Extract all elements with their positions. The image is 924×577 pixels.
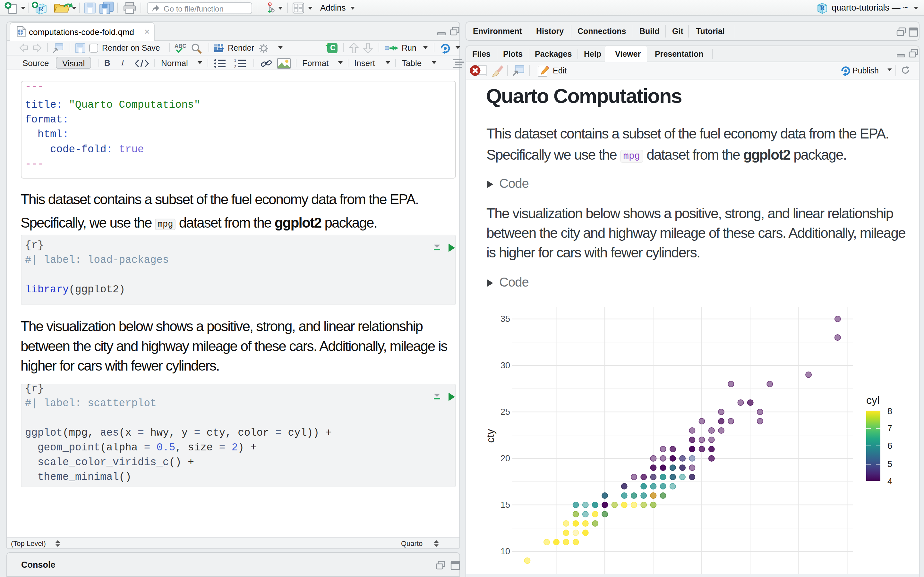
svg-text:8: 8: [887, 406, 892, 416]
svg-text:5: 5: [887, 459, 892, 469]
svg-text:10: 10: [501, 546, 510, 556]
svg-text:15: 15: [501, 500, 510, 510]
svg-text:cty: cty: [484, 429, 496, 443]
svg-text:R: R: [39, 5, 44, 13]
svg-text:25: 25: [501, 407, 510, 417]
svg-text:1: 1: [234, 59, 236, 62]
svg-text:6: 6: [887, 441, 892, 451]
svg-text:ABC: ABC: [174, 43, 186, 49]
svg-text:7: 7: [887, 424, 892, 433]
svg-text:30: 30: [501, 361, 510, 370]
svg-text:2: 2: [234, 65, 236, 68]
svg-text:20: 20: [501, 454, 510, 463]
svg-text:cyl: cyl: [866, 394, 880, 406]
svg-text:35: 35: [501, 314, 510, 324]
svg-text:4: 4: [887, 477, 892, 486]
svg-text:R: R: [820, 4, 825, 11]
